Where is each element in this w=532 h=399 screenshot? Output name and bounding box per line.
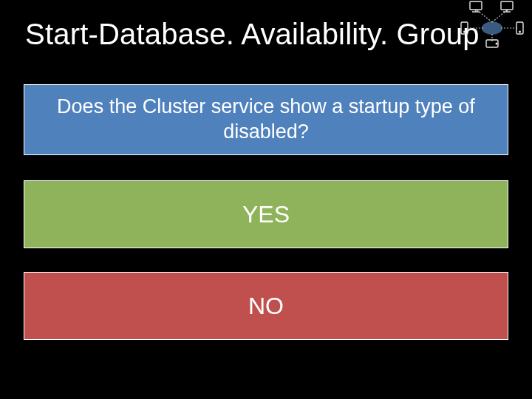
slide-title: Start-Database. Availability. Group bbox=[25, 18, 488, 51]
svg-point-0 bbox=[482, 21, 502, 35]
answer-no-label: NO bbox=[248, 293, 284, 320]
slide: Start-Database. Availability. Group bbox=[0, 0, 532, 399]
answer-no-button[interactable]: NO bbox=[24, 272, 508, 340]
svg-rect-9 bbox=[501, 1, 513, 10]
svg-point-13 bbox=[464, 31, 466, 33]
svg-rect-6 bbox=[470, 1, 482, 10]
question-text: Does the Cluster service show a startup … bbox=[38, 95, 494, 145]
answer-yes-label: YES bbox=[242, 201, 290, 228]
svg-point-15 bbox=[519, 31, 521, 33]
svg-point-17 bbox=[496, 43, 497, 44]
answer-yes-button[interactable]: YES bbox=[24, 180, 508, 248]
question-box: Does the Cluster service show a startup … bbox=[24, 84, 508, 155]
network-topology-icon bbox=[460, 0, 525, 49]
